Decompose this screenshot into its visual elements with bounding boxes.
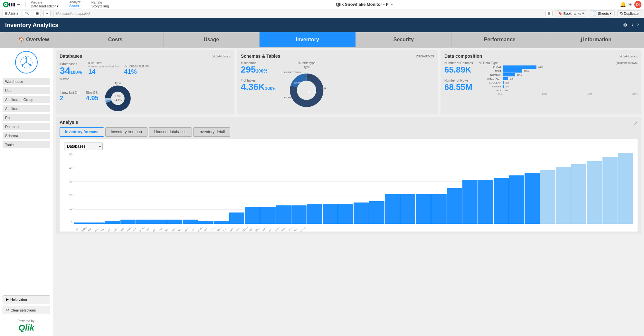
x-label: Jun 2022 <box>107 226 113 232</box>
icon-btn-2[interactable]: ⊞ <box>34 11 41 16</box>
bar-item[interactable] <box>416 194 431 224</box>
bar-col <box>478 153 493 224</box>
bar-item[interactable] <box>354 203 369 224</box>
dc-bar-row: FLOAT48% <box>479 65 638 69</box>
bar-item[interactable] <box>167 220 182 224</box>
bar-item[interactable] <box>214 221 229 224</box>
bookmarks-btn[interactable]: 🔖 Bookmarks ▾ <box>555 10 587 16</box>
toolbar-grid-btn[interactable]: ⊞ <box>545 11 553 16</box>
bar-item[interactable] <box>291 205 307 224</box>
bar-item[interactable] <box>602 157 618 224</box>
x-label: Feb 2024 <box>236 226 242 232</box>
bar-item[interactable] <box>260 207 275 224</box>
schemas-date: 2024-02-29 <box>416 54 434 58</box>
sidebar-item-application[interactable]: Application <box>3 105 50 112</box>
grid-icon[interactable]: ⊞ <box>628 1 632 7</box>
tab-costs[interactable]: Costs <box>67 32 163 47</box>
chart-dropdown[interactable]: Databases Schemas Tables <box>64 143 103 150</box>
bar-item[interactable] <box>276 205 291 224</box>
tab-inventory-forecast[interactable]: Inventory forecast <box>60 127 104 137</box>
bell-icon[interactable]: 🔔 <box>620 1 626 7</box>
sidebar-item-warehouse[interactable]: Warehouse <box>3 78 50 85</box>
duplicate-icon: ⧉ <box>620 11 623 15</box>
bar-item[interactable] <box>509 175 524 224</box>
prepare-section[interactable]: Prepare Data load editor ▾ <box>31 1 59 8</box>
bar-item[interactable] <box>478 180 493 224</box>
help-video-btn[interactable]: ▶ Help video <box>3 295 50 303</box>
tab-performance[interactable]: Performance <box>452 32 548 47</box>
x-label: Dec 2022 <box>146 226 152 232</box>
tab-usage[interactable]: Usage <box>164 32 260 47</box>
analyze-section[interactable]: Analyze Sheet <box>69 0 81 8</box>
chevron-down-icon[interactable]: ▾ <box>57 4 59 8</box>
tab-information[interactable]: ℹ Information <box>548 32 644 47</box>
x-label: Jun 2023 <box>184 226 190 232</box>
bar-item[interactable] <box>447 188 462 224</box>
tab-unused-databases[interactable]: Unused databases <box>149 127 192 137</box>
prepare-sub[interactable]: Data load editor ▾ <box>31 4 59 8</box>
narrate-section[interactable]: Narrate Storytelling <box>91 1 109 8</box>
bar-item[interactable] <box>540 170 555 224</box>
db-bottom-row: # new last 3m 2 Size GB 4.95 Type <box>60 82 231 111</box>
tab-inventory-treemap[interactable]: Inventory treemap <box>105 127 147 137</box>
x-label: Sep 2024 <box>281 226 287 232</box>
bar-item[interactable] <box>338 204 353 224</box>
db-donut-label: Type <box>115 82 121 85</box>
bar-item[interactable] <box>136 220 151 224</box>
bar-item[interactable] <box>74 222 89 224</box>
bar-col <box>540 153 555 224</box>
tab-inventory[interactable]: Inventory <box>260 32 355 47</box>
menu-dots[interactable]: ••• <box>17 3 20 6</box>
bar-item[interactable] <box>525 173 540 224</box>
dropdown-wrapper[interactable]: Databases Schemas Tables ▾ <box>64 143 103 150</box>
tab-overview[interactable]: 🏠 Overview <box>0 32 67 47</box>
sidebar-item-app-group[interactable]: Application Group <box>3 96 50 103</box>
clear-selections-btn[interactable]: ↺ Clear selections <box>3 306 50 314</box>
bar-col <box>556 153 571 224</box>
sidebar-item-schema[interactable]: Schema <box>3 132 50 139</box>
bar-item[interactable] <box>431 194 446 224</box>
sheets-btn[interactable]: 📄 Sheets ▾ <box>590 10 615 16</box>
tab-inventory-detail[interactable]: Inventory detail <box>193 127 230 137</box>
x-label: Nov 2024 <box>294 226 300 232</box>
bar-item[interactable] <box>198 221 213 224</box>
bar-item[interactable] <box>120 220 136 224</box>
x-label: Dec 2024 <box>300 226 306 232</box>
bar-item[interactable] <box>400 194 415 224</box>
sidebar-item-table[interactable]: Table <box>3 141 50 148</box>
bar-item[interactable] <box>618 153 633 224</box>
sidebar-item-user[interactable]: User <box>3 87 50 94</box>
main-area: Warehouse User Application Group Applica… <box>0 48 644 336</box>
bar-item[interactable] <box>229 212 244 224</box>
duplicate-btn[interactable]: ⧉ Duplicate <box>617 10 641 16</box>
user-avatar[interactable]: DI <box>634 1 641 8</box>
icon-btn-1[interactable]: 🔍 <box>23 11 31 16</box>
bar-item[interactable] <box>587 161 602 224</box>
bar-item[interactable] <box>307 204 322 224</box>
dc-bar <box>503 69 523 73</box>
bar-item[interactable] <box>151 220 166 224</box>
bar-item[interactable] <box>105 221 120 224</box>
bar-item[interactable] <box>462 180 478 224</box>
snowflake-icon[interactable]: ❄ <box>623 22 628 29</box>
sidebar-item-role[interactable]: Role <box>3 114 50 121</box>
assets-btn[interactable]: ⊞ Assets <box>3 11 20 16</box>
bar-item[interactable] <box>183 220 198 224</box>
expand-icon[interactable]: ⤢ <box>633 121 638 127</box>
bar-item[interactable] <box>385 194 400 224</box>
chevron-right-icon[interactable]: › <box>637 22 639 29</box>
bar-item[interactable] <box>369 201 384 224</box>
chevron-left-icon[interactable]: ‹ <box>631 22 633 29</box>
tab-security[interactable]: Security <box>356 32 452 47</box>
app-title-dropdown[interactable]: ▾ <box>391 2 393 7</box>
sidebar-item-database[interactable]: Database <box>3 123 50 130</box>
bar-item[interactable] <box>245 207 260 224</box>
bar-item[interactable] <box>323 204 338 224</box>
bar-item[interactable] <box>494 178 509 224</box>
db-new-section: # new last 3m 2 <box>60 91 80 102</box>
bar-item[interactable] <box>571 164 586 224</box>
bar-item[interactable] <box>556 167 571 224</box>
icon-btn-3[interactable]: ✏ <box>43 11 51 16</box>
bar-item[interactable] <box>89 222 104 224</box>
dc-bars-container: FLOAT48%TEXT28%NUMBER18%TIMESTAMP8%BOOLE… <box>479 65 638 92</box>
